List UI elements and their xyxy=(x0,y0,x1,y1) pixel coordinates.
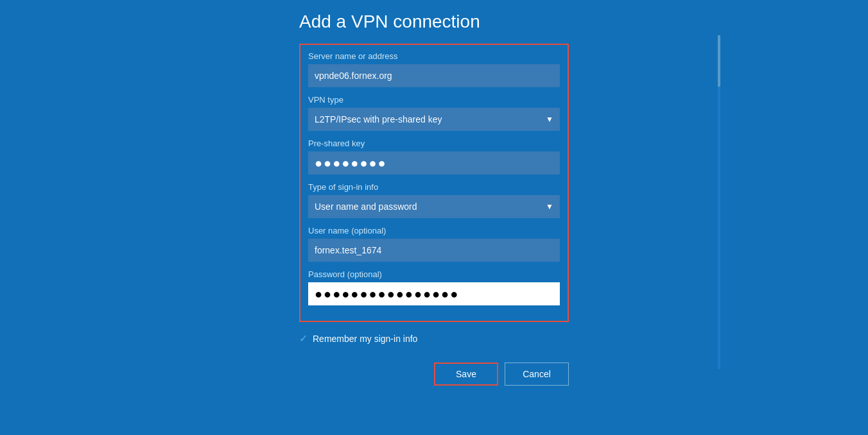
password-label: Password (optional) xyxy=(308,269,560,279)
password-input[interactable]: ●●●●●●●●●●●●●●●● xyxy=(308,282,560,305)
sign-in-type-select[interactable]: User name and password xyxy=(308,195,560,218)
vpn-type-group: VPN type L2TP/IPsec with pre-shared key … xyxy=(308,95,560,131)
vpn-type-select-wrapper: L2TP/IPsec with pre-shared key ▼ xyxy=(308,108,560,131)
sign-in-type-group: Type of sign-in info User name and passw… xyxy=(308,182,560,218)
remember-label: Remember my sign-in info xyxy=(313,334,417,344)
username-label: User name (optional) xyxy=(308,226,560,235)
sign-in-type-label: Type of sign-in info xyxy=(308,182,560,192)
highlight-box: Server name or address VPN type L2TP/IPs… xyxy=(299,44,569,322)
pre-shared-key-group: Pre-shared key ●●●●●●●● xyxy=(308,139,560,175)
button-row: Save Cancel xyxy=(299,362,569,386)
username-input[interactable] xyxy=(308,239,560,262)
server-name-group: Server name or address xyxy=(308,51,560,87)
pre-shared-key-input[interactable]: ●●●●●●●● xyxy=(308,151,560,175)
password-group: Password (optional) ●●●●●●●●●●●●●●●● xyxy=(308,269,560,305)
form-panel: Add a VPN connection Server name or addr… xyxy=(299,12,569,386)
scrollbar-thumb[interactable] xyxy=(718,35,720,87)
page-title: Add a VPN connection xyxy=(299,12,569,32)
server-name-input[interactable] xyxy=(308,64,560,87)
vpn-type-label: VPN type xyxy=(308,95,560,105)
server-name-label: Server name or address xyxy=(308,51,560,61)
scrollbar-track xyxy=(718,35,720,369)
remember-checkbox-row[interactable]: ✓ Remember my sign-in info xyxy=(299,332,569,345)
save-button[interactable]: Save xyxy=(434,362,498,386)
username-group: User name (optional) xyxy=(308,226,560,262)
vpn-type-select[interactable]: L2TP/IPsec with pre-shared key xyxy=(308,108,560,131)
cancel-button[interactable]: Cancel xyxy=(505,362,569,386)
sign-in-type-select-wrapper: User name and password ▼ xyxy=(308,195,560,218)
page-container: Add a VPN connection Server name or addr… xyxy=(0,0,868,435)
checkmark-icon: ✓ xyxy=(299,332,308,345)
pre-shared-key-label: Pre-shared key xyxy=(308,139,560,148)
